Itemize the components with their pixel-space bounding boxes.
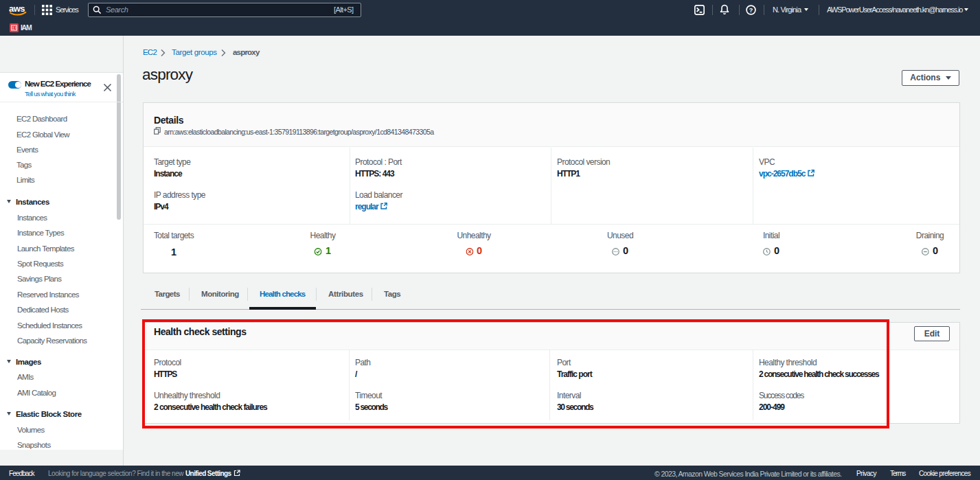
- svg-text:aws: aws: [9, 3, 25, 14]
- svg-text:?: ?: [749, 7, 753, 14]
